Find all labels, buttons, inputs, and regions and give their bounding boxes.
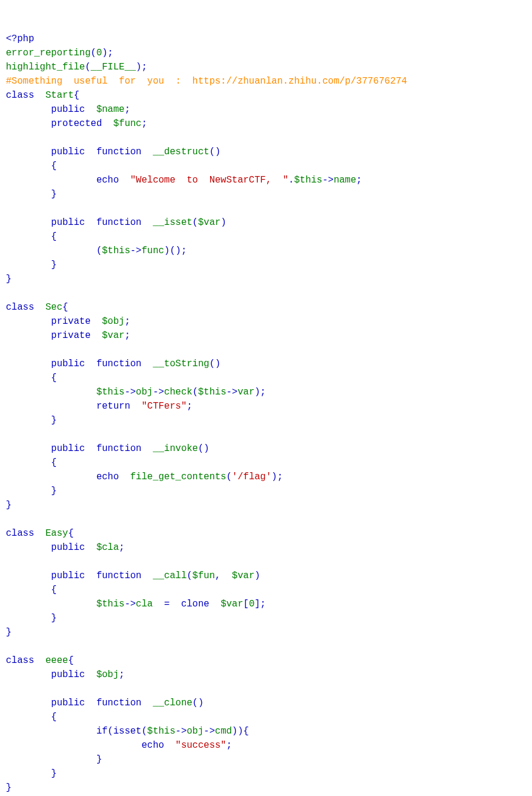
code-line [6, 512, 526, 526]
code-token: } [6, 782, 12, 793]
code-token: class [6, 655, 45, 666]
code-token: } [6, 754, 102, 765]
code-token: public [6, 542, 97, 553]
code-line: } [6, 258, 526, 272]
code-token: { [6, 231, 56, 242]
code-token: () [210, 147, 221, 157]
code-token: __invoke [153, 443, 198, 454]
code-token: $obj [102, 316, 124, 327]
code-line: class Start{ [6, 88, 526, 102]
code-token: ; [141, 118, 147, 129]
code-token: } [6, 768, 56, 779]
code-token: -> [153, 387, 164, 397]
code-token: Easy [45, 528, 68, 539]
code-token: protected [6, 118, 113, 129]
code-token: () [198, 443, 209, 454]
code-token: cmd [215, 726, 232, 737]
code-token: __destruct [153, 147, 210, 157]
code-token: { [6, 373, 56, 383]
code-line: <?php [6, 32, 526, 46]
code-line: private $var; [6, 329, 526, 343]
code-token: ]; [255, 599, 266, 609]
code-token: highlight_file [6, 62, 85, 72]
code-token: public function [6, 443, 153, 454]
code-token: eeee [45, 655, 68, 666]
code-token: __isset [153, 217, 192, 228]
code-token: file_get_contents [130, 472, 226, 482]
code-token: $var [221, 599, 243, 609]
code-line [6, 131, 526, 145]
code-line: $this->cla = clone $var[0]; [6, 597, 526, 611]
code-token: cla [136, 599, 153, 609]
code-token: Start [45, 90, 74, 101]
code-line: class Easy{ [6, 526, 526, 540]
code-token: echo [6, 740, 175, 751]
code-line: class Sec{ [6, 300, 526, 314]
code-token: { [68, 655, 74, 666]
code-token: ; [125, 330, 131, 341]
code-token: Sec [45, 302, 62, 313]
code-token: var [238, 387, 255, 397]
code-token: echo [6, 472, 130, 482]
code-token: name [334, 175, 356, 185]
code-token: } [6, 260, 56, 270]
code-token: [ [243, 599, 249, 609]
code-lines: <?phperror_reporting(0);highlight_file(_… [6, 32, 526, 796]
code-line [6, 682, 526, 696]
code-token: ; [125, 104, 131, 115]
code-token: () [210, 359, 221, 369]
code-token: obj [187, 726, 204, 737]
code-token: echo [6, 175, 130, 185]
code-line: { [6, 230, 526, 244]
code-token: $func [113, 118, 141, 129]
code-token: $this [97, 599, 125, 609]
code-token: ; [356, 175, 362, 185]
code-token: ); [102, 48, 113, 58]
code-token: ; [187, 401, 192, 412]
code-line: } [6, 187, 526, 201]
code-token: ( [6, 246, 102, 256]
code-token: { [6, 585, 56, 595]
code-token: } [6, 500, 12, 510]
code-line: ($this->func)(); [6, 244, 526, 258]
code-token [6, 599, 97, 609]
code-token: "CTFers" [141, 401, 187, 412]
code-token: $cla [97, 542, 119, 553]
code-token: -> [175, 726, 187, 737]
code-token: class [6, 528, 45, 539]
code-token: ); [255, 387, 266, 397]
code-token: $var [198, 217, 220, 228]
code-token: $fun [192, 571, 215, 581]
code-token: { [62, 302, 68, 313]
code-token: __FILE__ [91, 62, 136, 72]
code-line [6, 555, 526, 569]
code-token: )){ [232, 726, 249, 737]
code-line: } [6, 484, 526, 498]
code-line: } [6, 272, 526, 286]
code-line [6, 343, 526, 357]
code-token: () [192, 698, 204, 708]
code-line: public function __invoke() [6, 442, 526, 456]
code-line: } [6, 781, 526, 795]
code-line: return "CTFers"; [6, 399, 526, 413]
code-line [6, 286, 526, 300]
code-line: } [6, 767, 526, 781]
code-line: highlight_file(__FILE__); [6, 60, 526, 74]
code-token: { [68, 528, 74, 539]
code-token: { [6, 712, 56, 722]
code-line: if(isset($this->obj->cmd)){ [6, 724, 526, 738]
code-token: public [6, 669, 97, 680]
code-token: "Welcome to NewStarCTF, " [130, 175, 288, 185]
code-line: } [6, 413, 526, 427]
code-token: $this [147, 726, 175, 737]
code-line: #Something useful for you : https://zhua… [6, 74, 526, 88]
code-line [6, 201, 526, 215]
code-token: ; [125, 316, 131, 327]
code-line: error_reporting(0); [6, 46, 526, 60]
code-token: #Something useful for you : https://zhua… [6, 76, 407, 87]
code-line: public $name; [6, 102, 526, 117]
code-line: public $cla; [6, 540, 526, 555]
code-token: { [6, 457, 56, 468]
code-line: public function __call($fun, $var) [6, 569, 526, 583]
code-token: ); [136, 62, 147, 72]
